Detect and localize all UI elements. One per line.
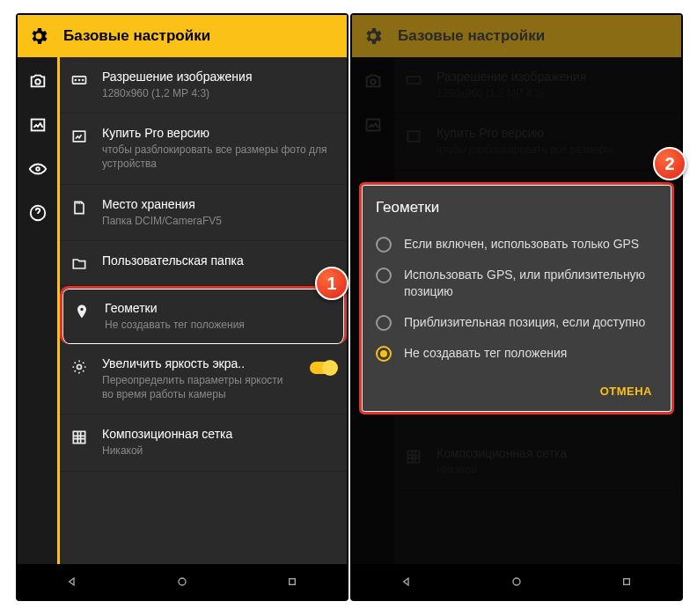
value: Переопределить параметры яркости во врем… (102, 373, 296, 401)
recents-icon[interactable] (285, 575, 299, 589)
label: Место хранения (102, 197, 336, 211)
app-header: Базовые настройки (18, 15, 347, 57)
dialog-title: Геометки (376, 199, 661, 216)
sidebar-tabs (18, 57, 60, 564)
label: Композиционная сетка (102, 427, 336, 441)
value: Никакой (102, 444, 336, 458)
folder-icon (70, 255, 88, 273)
eye-icon[interactable] (28, 159, 48, 179)
aspect-icon (70, 71, 88, 89)
value: Не создавать тег положения (105, 318, 334, 332)
label: Разрешение изображения (102, 70, 336, 84)
svg-rect-12 (289, 579, 295, 585)
radio-option-gps-or-approx[interactable]: Использовать GPS, или приблизительную по… (372, 260, 661, 307)
label: Купить Pro версию (102, 126, 336, 140)
image-icon (70, 128, 88, 145)
back-icon[interactable] (400, 575, 414, 589)
android-navbar (352, 564, 681, 599)
setting-storage[interactable]: Место храненияПапка DCIM/CameraFV5 (60, 185, 347, 241)
svg-point-0 (35, 79, 40, 84)
value: 1280x960 (1,2 МР 4:3) (102, 86, 336, 100)
radio-icon (376, 237, 392, 253)
svg-point-2 (36, 167, 40, 171)
setting-folder[interactable]: Пользовательская папка (60, 241, 347, 286)
settings-list: Разрешение изображения1280x960 (1,2 МР 4… (60, 57, 347, 564)
grid-icon (70, 429, 88, 446)
svg-rect-19 (623, 579, 629, 585)
setting-grid[interactable]: Композиционная сеткаНикакой (60, 414, 347, 471)
svg-point-11 (179, 578, 186, 585)
radio-icon (376, 268, 392, 283)
content: Разрешение изображения1280x960 (1,2 МР 4… (18, 57, 347, 564)
label: Геометки (105, 301, 334, 315)
value: чтобы разблокировать все размеры фото дл… (102, 143, 336, 171)
gear-icon (28, 26, 49, 47)
svg-point-18 (513, 578, 520, 585)
brightness-toggle[interactable] (310, 362, 336, 374)
page-title: Базовые настройки (398, 27, 545, 45)
app-header: Базовые настройки (352, 15, 681, 57)
geotag-dialog: Геометки Если включен, использовать толь… (359, 182, 674, 414)
svg-point-7 (83, 80, 84, 81)
home-icon[interactable] (175, 575, 189, 589)
radio-option-none[interactable]: Не создавать тег положения (372, 338, 661, 369)
radio-icon (376, 315, 392, 331)
brightness-icon (70, 358, 88, 376)
svg-point-5 (75, 80, 76, 81)
value: Папка DCIM/CameraFV5 (102, 214, 336, 228)
help-icon[interactable] (28, 203, 48, 223)
svg-point-6 (79, 80, 80, 81)
camera-icon[interactable] (28, 71, 48, 91)
setting-pro[interactable]: Купить Pro версиючтобы разблокировать вс… (60, 114, 347, 184)
svg-rect-1 (31, 120, 44, 131)
radio-option-gps-only[interactable]: Если включен, использовать только GPS (372, 229, 661, 260)
label: Если включен, использовать только GPS (404, 236, 639, 253)
sd-icon (70, 199, 88, 216)
setting-resolution[interactable]: Разрешение изображения1280x960 (1,2 МР 4… (60, 57, 347, 114)
cancel-button[interactable]: ОТМЕНА (591, 378, 661, 405)
setting-geotag[interactable]: ГеометкиНе создавать тег положения (60, 286, 347, 344)
setting-brightness[interactable]: Увеличить яркость экра..Переопределить п… (60, 344, 347, 414)
gear-icon (363, 26, 384, 47)
svg-rect-10 (73, 432, 84, 444)
annotation-badge-2: 2 (653, 147, 686, 180)
screenshot-left: Базовые настройки Разрешение изображения… (16, 13, 348, 601)
svg-point-9 (77, 364, 82, 369)
svg-rect-8 (73, 131, 84, 142)
annotation-badge-1: 1 (315, 267, 348, 300)
home-icon[interactable] (510, 575, 524, 589)
label: Использовать GPS, или приблизительную по… (404, 267, 657, 300)
pin-icon (73, 303, 91, 320)
android-navbar (18, 564, 347, 599)
recents-icon[interactable] (620, 575, 634, 589)
image-icon[interactable] (28, 115, 48, 135)
screenshot-right: Базовые настройки Разрешение изображения… (350, 13, 683, 601)
radio-icon (376, 346, 392, 362)
label: Приблизительная позиция, если доступно (404, 314, 645, 331)
label: Увеличить яркость экра.. (102, 356, 296, 370)
radio-option-approx[interactable]: Приблизительная позиция, если доступно (372, 307, 661, 338)
back-icon[interactable] (65, 575, 79, 589)
label: Не создавать тег положения (404, 345, 567, 362)
page-title: Базовые настройки (63, 27, 210, 45)
label: Пользовательская папка (102, 253, 336, 268)
